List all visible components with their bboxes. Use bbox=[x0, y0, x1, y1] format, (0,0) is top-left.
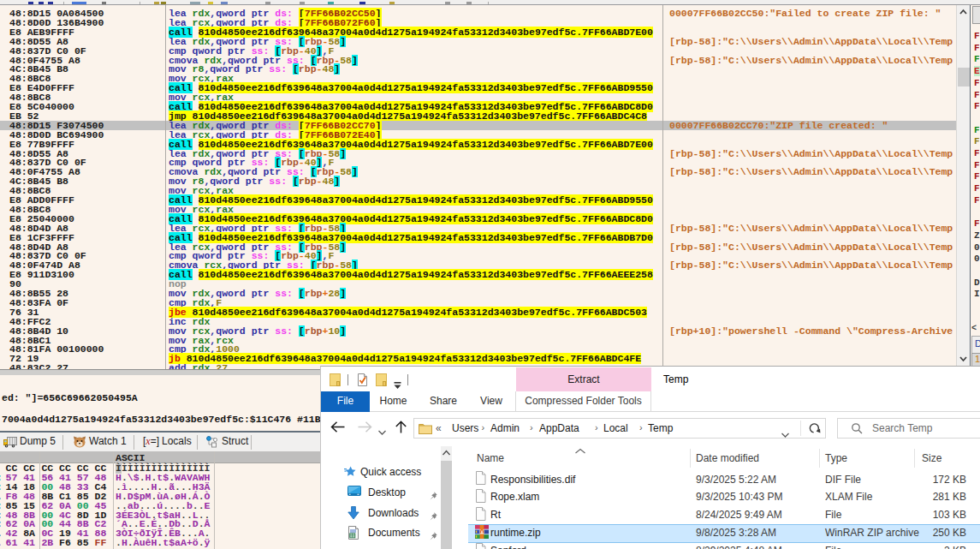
disasm-row[interactable]: E8 911D3100call 810d4850ee216df639648a37… bbox=[0, 270, 956, 279]
toolbar-icon-fragment[interactable] bbox=[154, 2, 159, 4]
toolbar-icon-fragment[interactable] bbox=[39, 2, 44, 4]
disasm-row[interactable]: E8 1CF3FFFFcall 810d4850ee216df639648a37… bbox=[0, 233, 956, 242]
ribbon-tab-file[interactable]: File bbox=[321, 391, 370, 412]
disasm-row[interactable]: 48:8D55 A8lea rdx,qword ptr ss: [rbp-58]… bbox=[0, 37, 956, 46]
disasm-row[interactable]: 76 31jbe 810d4850ee216df639648a37004a0d4… bbox=[0, 307, 956, 317]
ribbon-tab-view[interactable]: View bbox=[466, 391, 517, 411]
properties-check-icon[interactable] bbox=[357, 373, 368, 391]
breadcrumb-item-local[interactable]: Local bbox=[603, 422, 628, 434]
nav-scrollbar[interactable] bbox=[441, 446, 452, 549]
scroll-up-icon[interactable] bbox=[957, 5, 970, 19]
instruction-comment: [rbp-58]:"C:\\Users\\Admin\\AppData\\Loc… bbox=[669, 224, 953, 233]
breadcrumb-item-appdata[interactable]: AppData bbox=[539, 422, 579, 434]
toolbar-icon-fragment[interactable] bbox=[445, 2, 450, 4]
register-row-fragment: F bbox=[974, 101, 980, 111]
toolbar-icon-fragment[interactable] bbox=[208, 2, 213, 4]
sidebar-item-label: Downloads bbox=[368, 507, 419, 519]
disasm-row[interactable]: 48:8D15 0A084500lea rdx,qword ptr ds: [7… bbox=[0, 9, 956, 18]
disasm-scrollbar[interactable] bbox=[956, 5, 970, 366]
disasm-row-selected[interactable]: 48:8D15 F3074500lea rdx,qword ptr ds: [7… bbox=[0, 121, 956, 130]
disasm-row[interactable]: 48:8BC1mov rax,rcx bbox=[0, 336, 956, 345]
toolbar-icon-fragment[interactable] bbox=[102, 2, 106, 4]
disasm-row[interactable]: 90nop bbox=[0, 279, 956, 289]
sort-ascending-caret-icon[interactable] bbox=[574, 448, 586, 455]
contextual-tab-group: Extract bbox=[516, 367, 651, 391]
scrollbar-thumb[interactable] bbox=[958, 68, 970, 87]
toolbar-icon-fragment[interactable] bbox=[72, 2, 86, 4]
file-icon bbox=[475, 507, 486, 524]
breadcrumb-item-admin[interactable]: Admin bbox=[490, 422, 520, 434]
file-name: Sanford bbox=[490, 545, 526, 549]
folder-icon[interactable] bbox=[376, 373, 387, 391]
toolbar-icon-fragment[interactable] bbox=[63, 2, 64, 4]
watch-fox-icon bbox=[73, 436, 86, 451]
disasm-row[interactable]: 4C:8B45 B8mov r8,qword ptr ss: [rbp-48] bbox=[0, 176, 956, 186]
disasm-row[interactable]: 48:8D4D A8lea rcx,qword ptr ss: [rbp-58]… bbox=[0, 242, 956, 252]
column-separator[interactable] bbox=[690, 449, 691, 468]
search-box[interactable]: Search Temp bbox=[837, 418, 980, 439]
disasm-row[interactable]: 72 19jb 810d4850ee216df639648a37004a0d4d… bbox=[0, 354, 956, 363]
toolbar-icon-fragment[interactable] bbox=[140, 2, 140, 4]
disasm-row[interactable]: 48:837D C0 0Fcmp qword ptr ss: [rbp-40],… bbox=[0, 46, 956, 56]
disasm-row[interactable]: E8 E4D0FFFFcall 810d4850ee216df639648a37… bbox=[0, 83, 956, 92]
breadcrumb-overflow-chevron[interactable]: « bbox=[436, 422, 442, 434]
instruction-bytes: E8 1CF3FFFF bbox=[9, 233, 74, 242]
disasm-row[interactable]: 4C:8B45 B8mov r8,qword ptr ss: [rbp-48] bbox=[0, 64, 956, 74]
scroll-down-icon[interactable] bbox=[957, 352, 970, 366]
refresh-icon[interactable] bbox=[807, 421, 821, 439]
up-icon[interactable] bbox=[395, 420, 407, 438]
ribbon-tab-share[interactable]: Share bbox=[418, 391, 469, 411]
breadcrumb-separator: › bbox=[595, 422, 598, 433]
registers-pane-sliver[interactable]: FFFEFFFFFFFFFFFZ00DI < D 1 bbox=[970, 5, 980, 366]
column-header-type[interactable]: Type bbox=[825, 452, 847, 464]
ribbon-tab-compressed-folder-tools[interactable]: Compressed Folder Tools bbox=[515, 391, 651, 412]
instruction-comment: [rbp-58]:"C:\\Users\\Admin\\AppData\\Loc… bbox=[669, 167, 953, 176]
toolbar-icon-fragment[interactable] bbox=[389, 2, 395, 4]
hide-fpu-button-fragment[interactable] bbox=[972, 6, 980, 24]
calling-convention-fragment[interactable]: D bbox=[971, 336, 980, 354]
toolbar-icon-fragment[interactable] bbox=[28, 2, 33, 4]
breadcrumb-item-temp[interactable]: Temp bbox=[648, 422, 673, 434]
column-header-size[interactable]: Size bbox=[922, 452, 941, 464]
folder-icon[interactable] bbox=[330, 373, 341, 391]
contextual-group-label: Extract bbox=[516, 373, 651, 385]
search-placeholder: Search Temp bbox=[872, 422, 932, 434]
file-type: XLAM File bbox=[825, 491, 872, 503]
winrar-icon bbox=[475, 525, 489, 542]
toolbar-icon-fragment[interactable] bbox=[300, 2, 305, 4]
disasm-row[interactable]: 48:8B4D 10mov rcx,qword ptr ss: [rbp+10]… bbox=[0, 326, 956, 336]
disasm-row[interactable]: E8 ADD0FFFFcall 810d4850ee216df639648a37… bbox=[0, 195, 956, 205]
nav-scrollbar-thumb[interactable] bbox=[441, 461, 452, 549]
toolbar-icon-fragment[interactable] bbox=[190, 2, 200, 4]
disasm-row[interactable]: E8 77B9FFFFcall 810d4850ee216df639648a37… bbox=[0, 140, 956, 149]
column-header-date-modified[interactable]: Date modified bbox=[696, 452, 759, 464]
disasm-row[interactable]: 48:8D55 A8lea rdx,qword ptr ss: [rbp-58]… bbox=[0, 149, 956, 158]
registers-scroll-left-icon[interactable]: < bbox=[971, 323, 980, 334]
forward-icon[interactable] bbox=[357, 421, 373, 437]
disasm-row[interactable]: 48:0F4755 A8cmova rdx,qword ptr ss: [rbp… bbox=[0, 56, 956, 65]
address-dropdown-chevron-icon[interactable] bbox=[781, 427, 790, 442]
toolbar-icon-fragment[interactable] bbox=[265, 2, 270, 4]
address-box[interactable]: « Users›Admin›AppData›Local›Temp bbox=[413, 418, 826, 439]
ribbon-tab-home[interactable]: Home bbox=[368, 391, 419, 411]
toolbar-icon-fragment[interactable] bbox=[359, 2, 365, 4]
column-separator-bytes-disasm[interactable] bbox=[165, 5, 166, 369]
disasm-row[interactable]: 48:0F4755 A8cmova rdx,qword ptr ss: [rbp… bbox=[0, 167, 956, 176]
disasm-row[interactable]: 48:8B55 28mov rdx,qword ptr ss: [rbp+28] bbox=[0, 289, 956, 298]
back-icon[interactable] bbox=[330, 421, 346, 437]
column-separator-disasm-comments[interactable] bbox=[662, 5, 663, 369]
column-header-name[interactable]: Name bbox=[477, 452, 504, 464]
column-separator[interactable] bbox=[914, 449, 915, 468]
toolbar-icon-fragment[interactable] bbox=[161, 2, 166, 4]
toolbar-icon-fragment[interactable] bbox=[328, 2, 334, 4]
recent-locations-chevron-icon[interactable] bbox=[377, 424, 387, 439]
column-separator[interactable] bbox=[819, 449, 820, 468]
toolbar-icon-fragment[interactable] bbox=[466, 2, 472, 4]
toolbar-icon-fragment[interactable] bbox=[48, 2, 53, 4]
breadcrumb-item-users[interactable]: Users bbox=[452, 422, 478, 434]
toolbar-icon-fragment[interactable] bbox=[488, 2, 489, 4]
struct-icon bbox=[205, 436, 219, 451]
toolbar-icon-fragment[interactable] bbox=[221, 2, 228, 4]
explorer-window: Extract Temp File HomeShareView Compress… bbox=[320, 366, 980, 549]
disassembly-pane[interactable]: 48:8D15 0A084500lea rdx,qword ptr ds: [7… bbox=[0, 5, 956, 369]
